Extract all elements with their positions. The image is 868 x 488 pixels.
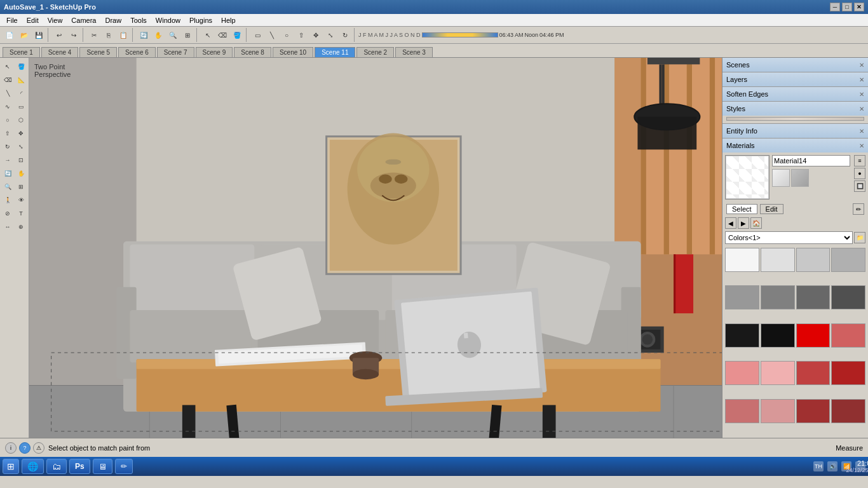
move-button[interactable]: ✥ [309,28,323,42]
scale-button[interactable]: ⤡ [323,28,337,42]
walk-tool[interactable]: 🚶 [1,194,14,207]
edit-button[interactable]: Edit [760,204,783,214]
line-tool[interactable]: ╲ [1,87,14,100]
menu-item-file[interactable]: File [3,15,22,25]
rect-button[interactable]: ▭ [250,28,264,42]
color-swatch-5[interactable] [761,285,795,309]
mat-folder-button[interactable]: 📁 [854,232,865,243]
material-name-input[interactable] [772,155,850,166]
taskbar-explorer-btn[interactable]: 🗂 [46,459,67,474]
color-swatch-9[interactable] [761,323,795,348]
look-tool[interactable]: 👁 [15,194,27,207]
mat-paint-dropper[interactable]: ✏ [853,203,864,215]
taskbar-sketchup-btn[interactable]: ✏ [115,459,133,474]
scene-tab-scene-3[interactable]: Scene 3 [395,47,433,57]
tray-volume-icon[interactable]: 🔊 [827,461,837,471]
color-swatch-19[interactable] [831,399,865,423]
cut-button[interactable]: ✂ [87,28,101,42]
taskbar-photoshop-btn[interactable]: Ps [69,459,90,474]
color-swatch-2[interactable] [796,248,831,272]
orbit-tool[interactable]: 🔄 [1,167,14,180]
redo-button[interactable]: ↪ [67,28,81,42]
paint-button[interactable]: 🪣 [230,28,244,42]
eraser-button[interactable]: ⌫ [215,28,229,42]
rectangle-tool[interactable]: ▭ [15,100,27,113]
scenes-close[interactable]: ✕ [859,62,864,69]
mat-sphere-button[interactable]: ● [854,168,865,179]
save-button[interactable]: 💾 [32,28,46,42]
offset-tool[interactable]: ⊡ [15,154,27,166]
soften-edges-header[interactable]: Soften Edges ✕ [722,87,868,101]
color-swatch-4[interactable] [725,285,759,309]
menu-item-tools[interactable]: Tools [126,15,151,25]
scene-tab-scene-6[interactable]: Scene 6 [118,47,156,57]
scenes-header[interactable]: Scenes ✕ [722,58,868,72]
polygon-tool[interactable]: ⬡ [15,114,27,126]
minimize-button[interactable]: ─ [830,3,840,11]
axes-tool[interactable]: ⊕ [15,220,27,233]
pan-tool[interactable]: ✋ [15,167,27,180]
entity-info-close[interactable]: ✕ [859,128,864,135]
color-swatch-8[interactable] [725,323,759,348]
tape-tool[interactable]: 📐 [15,74,27,86]
pushpull-tool[interactable]: ⇧ [1,127,14,140]
soften-edges-close[interactable]: ✕ [859,91,864,98]
zoom-tool-lt[interactable]: 🔍 [1,180,14,193]
zoom-button[interactable]: 🔍 [166,28,180,42]
mat-forward-button[interactable]: ▶ [738,217,749,229]
color-swatch-10[interactable] [796,323,831,348]
rotate-button[interactable]: ↻ [338,28,352,42]
layers-header[interactable]: Layers ✕ [722,72,868,86]
mat-home-button[interactable]: 🏠 [750,217,762,229]
scene-tab-scene-11[interactable]: Scene 11 [315,47,355,57]
color-swatch-3[interactable] [831,248,865,272]
color-swatch-15[interactable] [831,361,865,385]
move-tool-lt[interactable]: ✥ [15,127,27,140]
zoom-ext-lt[interactable]: ⊞ [15,180,27,193]
menu-item-help[interactable]: Help [217,15,240,25]
color-swatch-7[interactable] [831,285,865,309]
menu-item-edit[interactable]: Edit [23,15,43,25]
styles-close[interactable]: ✕ [859,105,864,112]
dimension-tool[interactable]: ↔ [1,220,14,233]
scene-tab-scene-9[interactable]: Scene 9 [196,47,233,57]
eraser-tool[interactable]: ⌫ [1,74,14,86]
scene-tab-scene-2[interactable]: Scene 2 [356,47,394,57]
copy-button[interactable]: ⎘ [102,28,116,42]
orbit-button[interactable]: 🔄 [137,28,151,42]
color-swatch-13[interactable] [761,361,795,385]
scene-tab-scene-10[interactable]: Scene 10 [273,47,313,57]
color-swatch-11[interactable] [831,323,865,348]
mat-eyedropper-button[interactable]: 🔲 [854,180,865,192]
color-swatch-16[interactable] [725,399,759,423]
start-button[interactable]: ⊞ [3,459,19,474]
scene-tab-scene-1[interactable]: Scene 1 [3,47,40,57]
rotate-tool-lt[interactable]: ↻ [1,140,14,153]
scene-tab-scene-8[interactable]: Scene 8 [234,47,271,57]
scene-tab-scene-5[interactable]: Scene 5 [79,47,117,57]
scale-tool-lt[interactable]: ⤡ [15,140,27,153]
mat-browse-button[interactable]: ≡ [854,155,865,166]
scene-tab-scene-4[interactable]: Scene 4 [41,47,79,57]
color-swatch-12[interactable] [725,361,759,385]
color-swatch-0[interactable] [725,248,759,272]
paste-button[interactable]: 📋 [116,28,130,42]
viewport[interactable]: Two Point Perspective [29,58,722,438]
select-tool[interactable]: ↖ [1,60,14,73]
menu-item-window[interactable]: Window [152,15,184,25]
open-button[interactable]: 📂 [17,28,31,42]
color-swatch-6[interactable] [796,285,831,309]
scene-tab-scene-7[interactable]: Scene 7 [157,47,194,57]
arc-tool[interactable]: ◜ [15,87,27,100]
layers-close[interactable]: ✕ [859,76,864,83]
menu-item-camera[interactable]: Camera [67,15,100,25]
zoom-extents-button[interactable]: ⊞ [180,28,194,42]
circle-button[interactable]: ○ [280,28,294,42]
menu-item-plugins[interactable]: Plugins [186,15,216,25]
push-pull-button[interactable]: ⇧ [294,28,308,42]
freehand-tool[interactable]: ∿ [1,100,14,113]
color-swatch-1[interactable] [761,248,795,272]
materials-close[interactable]: ✕ [859,142,864,149]
select-tool-button[interactable]: ↖ [201,28,215,42]
taskbar-browser-btn[interactable]: 🌐 [22,459,44,474]
